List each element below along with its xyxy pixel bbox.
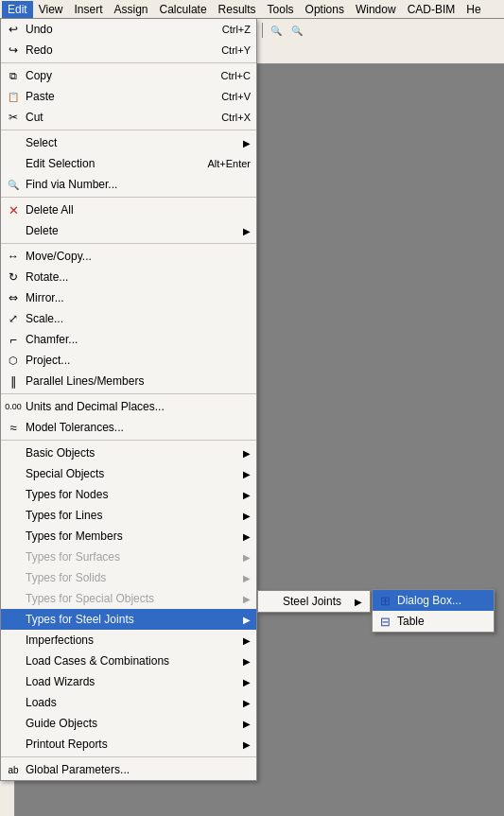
menu-item-move-copy[interactable]: Move/Copy... <box>1 246 256 267</box>
toolbar-btn-13[interactable]: 🔍 <box>267 21 286 40</box>
menu-item-delete-all[interactable]: Delete All <box>1 200 256 220</box>
load-cases-arrow: ▶ <box>243 656 251 667</box>
types-nodes-label: Types for Nodes <box>26 488 243 501</box>
sep-1 <box>1 62 256 63</box>
scale-label: Scale... <box>26 312 251 325</box>
menu-item-imperfections[interactable]: Imperfections ▶ <box>1 630 256 651</box>
menu-item-load-wizards[interactable]: Load Wizards ▶ <box>1 671 256 692</box>
dialog-table-submenu: Dialog Box... Table <box>372 589 495 633</box>
menu-item-scale[interactable]: Scale... <box>1 308 256 329</box>
paste-label: Paste <box>26 90 202 103</box>
menu-item-copy[interactable]: Copy Ctrl+C <box>1 65 256 86</box>
menu-item-types-special-objects[interactable]: Types for Special Objects ▶ <box>1 588 256 609</box>
global-icon <box>5 761 22 778</box>
menubar: Edit View Insert Assign Calculate Result… <box>0 0 504 19</box>
steel-joints-arrow: ▶ <box>355 597 362 607</box>
menu-item-cut[interactable]: Cut Ctrl+X <box>1 107 256 128</box>
menu-item-paste[interactable]: Paste Ctrl+V <box>1 86 256 107</box>
menu-item-special-objects[interactable]: Special Objects ▶ <box>1 463 256 484</box>
menubar-item-window[interactable]: Window <box>350 1 402 18</box>
basic-objects-arrow: ▶ <box>243 448 251 459</box>
rotate-label: Rotate... <box>26 270 251 284</box>
menubar-item-he[interactable]: He <box>461 1 486 18</box>
dialog-box-label: Dialog Box... <box>397 594 461 607</box>
delete-label: Delete <box>26 224 243 237</box>
menu-item-units[interactable]: Units and Decimal Places... <box>1 396 256 417</box>
sep-4 <box>1 243 256 244</box>
steel-joints-submenu: Steel Joints ▶ <box>257 590 371 613</box>
menu-item-global-params[interactable]: Global Parameters... <box>1 759 256 780</box>
types-surfaces-arrow: ▶ <box>243 552 251 563</box>
printout-reports-label: Printout Reports <box>26 738 243 751</box>
menu-item-parallel[interactable]: Parallel Lines/Members <box>1 371 256 391</box>
submenu-item-steel-joints[interactable]: Steel Joints ▶ <box>258 591 370 612</box>
parallel-icon <box>5 373 22 390</box>
types-lines-label: Types for Lines <box>26 509 243 522</box>
delete-arrow: ▶ <box>243 226 251 236</box>
basic-objects-label: Basic Objects <box>26 446 243 460</box>
menubar-item-calculate[interactable]: Calculate <box>154 1 213 18</box>
sep-7 <box>1 756 256 757</box>
menu-item-undo[interactable]: Undo Ctrl+Z <box>1 19 256 40</box>
edit-selection-label: Edit Selection <box>26 157 188 170</box>
menubar-item-options[interactable]: Options <box>300 1 350 18</box>
menu-item-printout-reports[interactable]: Printout Reports ▶ <box>1 734 256 755</box>
toolbar-sep-2 <box>262 23 263 38</box>
imperfections-label: Imperfections <box>26 634 243 647</box>
copy-label: Copy <box>26 69 202 82</box>
menubar-item-cad-bim[interactable]: CAD-BIM <box>402 1 461 18</box>
menubar-item-assign[interactable]: Assign <box>109 1 154 18</box>
project-icon <box>5 352 22 369</box>
menu-item-redo[interactable]: Redo Ctrl+Y <box>1 40 256 61</box>
menu-item-types-lines[interactable]: Types for Lines ▶ <box>1 505 256 526</box>
menu-item-chamfer[interactable]: Chamfer... <box>1 329 256 350</box>
toolbar-btn-14[interactable]: 🔍 <box>287 21 306 40</box>
menu-item-rotate[interactable]: Rotate... <box>1 267 256 287</box>
redo-icon <box>5 42 22 59</box>
menu-item-types-solids[interactable]: Types for Solids ▶ <box>1 567 256 588</box>
menu-item-guide-objects[interactable]: Guide Objects ▶ <box>1 713 256 734</box>
copy-shortcut: Ctrl+C <box>202 70 251 81</box>
rotate-icon <box>5 269 22 286</box>
cut-shortcut: Ctrl+X <box>202 112 251 123</box>
chamfer-icon <box>5 331 22 348</box>
menu-item-types-surfaces[interactable]: Types for Surfaces ▶ <box>1 547 256 567</box>
menubar-item-edit[interactable]: Edit <box>2 1 33 18</box>
guide-objects-label: Guide Objects <box>26 717 243 730</box>
menu-item-basic-objects[interactable]: Basic Objects ▶ <box>1 443 256 463</box>
menubar-item-insert[interactable]: Insert <box>68 1 108 18</box>
types-special-objects-arrow: ▶ <box>243 594 251 604</box>
menu-item-find-via-number[interactable]: Find via Number... <box>1 174 256 195</box>
submenu-item-table[interactable]: Table <box>373 611 494 632</box>
menubar-item-results[interactable]: Results <box>213 1 262 18</box>
menu-item-delete[interactable]: Delete ▶ <box>1 220 256 241</box>
sep-5 <box>1 393 256 394</box>
redo-label: Redo <box>26 43 202 57</box>
menubar-item-view[interactable]: View <box>33 1 69 18</box>
chamfer-label: Chamfer... <box>26 333 251 346</box>
paste-icon <box>5 88 22 105</box>
undo-icon <box>5 21 22 38</box>
undo-shortcut: Ctrl+Z <box>203 24 251 35</box>
paste-shortcut: Ctrl+V <box>202 91 251 102</box>
sep-3 <box>1 197 256 198</box>
menu-item-types-members[interactable]: Types for Members ▶ <box>1 526 256 547</box>
dialog-icon <box>376 592 393 609</box>
menu-item-types-nodes[interactable]: Types for Nodes ▶ <box>1 484 256 505</box>
find-icon <box>5 176 22 193</box>
steel-joints-label: Steel Joints <box>283 595 341 608</box>
menu-item-loads[interactable]: Loads ▶ <box>1 692 256 713</box>
menu-item-mirror[interactable]: Mirror... <box>1 287 256 308</box>
menu-item-load-cases[interactable]: Load Cases & Combinations ▶ <box>1 651 256 671</box>
menu-item-edit-selection[interactable]: Edit Selection Alt+Enter <box>1 153 256 174</box>
loads-label: Loads <box>26 696 243 709</box>
delete-all-label: Delete All <box>26 203 251 217</box>
delete-all-icon <box>5 201 22 218</box>
menu-item-project[interactable]: Project... <box>1 350 256 371</box>
submenu-item-dialog-box[interactable]: Dialog Box... <box>373 590 494 611</box>
menu-item-tolerances[interactable]: Model Tolerances... <box>1 417 256 438</box>
types-solids-arrow: ▶ <box>243 573 251 583</box>
menu-item-select[interactable]: Select ▶ <box>1 132 256 153</box>
menu-item-types-steel-joints[interactable]: Types for Steel Joints ▶ <box>1 609 256 630</box>
menubar-item-tools[interactable]: Tools <box>262 1 300 18</box>
